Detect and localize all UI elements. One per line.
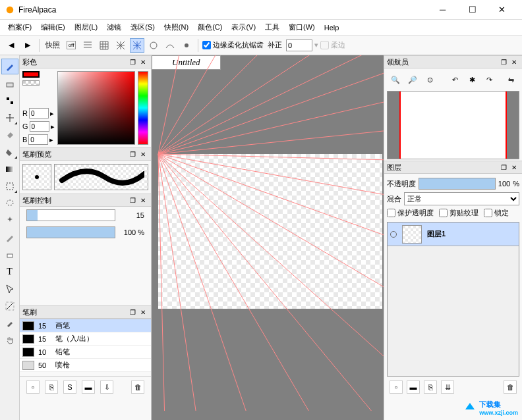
zoom-in-icon[interactable]: 🔍 (388, 72, 403, 87)
nav-fwd-button[interactable]: ▶ (20, 38, 35, 53)
layer-item[interactable]: 图层1 (388, 223, 519, 246)
antialias-checkbox[interactable]: 边缘柔化抗锯齿 (202, 40, 264, 50)
flip-icon[interactable]: ⇋ (504, 72, 518, 87)
menu-filter[interactable]: 滤镜 (103, 21, 125, 34)
menu-help[interactable]: Help (320, 22, 343, 33)
close-button[interactable]: ✕ (487, 1, 517, 19)
menu-edit[interactable]: 编辑(E) (37, 21, 69, 34)
brush-item[interactable]: 10铅笔 (20, 346, 151, 359)
hue-slider[interactable] (138, 71, 148, 145)
menu-snap[interactable]: 快照(N) (160, 21, 192, 34)
snap-circle-icon[interactable] (146, 38, 161, 53)
operation-tool[interactable] (1, 281, 18, 297)
bg-color-swatch[interactable] (22, 80, 40, 86)
panel-float-icon[interactable]: ❐ (127, 149, 138, 159)
nav-back-button[interactable]: ◀ (4, 38, 18, 53)
minimize-button[interactable]: ─ (428, 1, 457, 19)
bucket-tool[interactable] (1, 144, 18, 160)
merge-layer-button[interactable]: ⇊ (441, 381, 454, 394)
snap-grid-icon[interactable] (97, 38, 111, 53)
canvas-area[interactable]: Untitled (152, 55, 384, 420)
new-layer-button[interactable]: ▫ (390, 381, 403, 394)
snap-radial-icon[interactable] (130, 38, 144, 53)
g-input[interactable] (30, 121, 49, 132)
rotate-right-icon[interactable]: ↷ (482, 72, 496, 87)
protect-alpha-checkbox[interactable]: 保护透明度 (387, 208, 434, 218)
panel-close-icon[interactable]: ✕ (509, 57, 519, 67)
correction-input[interactable] (286, 39, 312, 51)
panel-close-icon[interactable]: ✕ (138, 195, 148, 205)
maximize-button[interactable]: ☐ (457, 1, 487, 19)
layer-visibility-toggle[interactable] (390, 231, 397, 238)
gradient-tool[interactable] (1, 161, 18, 177)
delete-layer-button[interactable]: 🗑 (504, 381, 517, 394)
navigator-preview[interactable] (387, 91, 519, 159)
document-tab[interactable]: Untitled (152, 55, 221, 70)
fg-color-swatch[interactable] (22, 71, 40, 78)
panel-float-icon[interactable]: ❐ (127, 195, 138, 205)
color-field[interactable] (57, 71, 135, 145)
panel-close-icon[interactable]: ✕ (509, 162, 519, 172)
soft-checkbox[interactable]: 柔边 (320, 40, 345, 50)
menu-window[interactable]: 窗口(W) (285, 21, 319, 34)
menu-color[interactable]: 颜色(C) (194, 21, 226, 34)
dup-brush-button[interactable]: ⎘ (45, 381, 58, 394)
menu-select[interactable]: 选区(S) (127, 21, 159, 34)
brush-folder-button[interactable]: ▬ (82, 381, 95, 394)
brush-item[interactable]: 15画笔 (20, 319, 151, 332)
panel-close-icon[interactable]: ✕ (138, 307, 148, 317)
snap-parallel-icon[interactable] (80, 38, 95, 53)
blend-mode-select[interactable]: 正常 (404, 192, 519, 205)
select-rect-tool[interactable] (1, 178, 18, 194)
new-brush-button[interactable]: ▫ (26, 381, 40, 394)
clipping-checkbox[interactable]: 剪贴纹理 (439, 208, 478, 218)
text-tool[interactable]: T (1, 264, 18, 280)
brush-size-slider[interactable] (26, 209, 115, 221)
rotate-reset-icon[interactable]: ✱ (465, 72, 479, 87)
menu-layer[interactable]: 图层(L) (71, 21, 102, 34)
snap-off-button[interactable]: off (64, 38, 78, 53)
panel-float-icon[interactable]: ❐ (498, 162, 509, 172)
panel-float-icon[interactable]: ❐ (498, 57, 509, 67)
dot-tool[interactable] (1, 93, 18, 109)
brush-item[interactable]: 15笔（入/出） (20, 332, 151, 346)
layer-list[interactable]: 图层1 (387, 222, 519, 377)
move-tool[interactable] (1, 110, 18, 126)
panel-close-icon[interactable]: ✕ (138, 149, 148, 159)
r-input[interactable] (29, 108, 49, 118)
canvas[interactable] (158, 154, 382, 309)
wand-tool[interactable] (1, 213, 18, 228)
zoom-out-icon[interactable]: 🔎 (405, 72, 420, 87)
menu-view[interactable]: 表示(V) (227, 21, 260, 34)
brush-script-button[interactable]: S (63, 381, 76, 394)
snap-setting-icon[interactable] (179, 38, 194, 53)
lock-checkbox[interactable]: 锁定 (484, 208, 509, 218)
panel-float-icon[interactable]: ❐ (127, 57, 138, 67)
layer-opacity-slider[interactable] (419, 178, 496, 190)
dup-layer-button[interactable]: ⎘ (424, 381, 437, 394)
brush-tool[interactable] (1, 59, 18, 74)
hand-tool[interactable] (1, 332, 18, 348)
rotate-left-icon[interactable]: ↶ (448, 72, 462, 87)
panel-float-icon[interactable]: ❐ (127, 307, 138, 317)
svg-point-0 (7, 6, 14, 13)
brush-import-button[interactable]: ⇩ (100, 381, 113, 394)
lasso-tool[interactable] (1, 196, 18, 211)
eraser-tool[interactable] (1, 76, 18, 92)
delete-brush-button[interactable]: 🗑 (131, 381, 144, 394)
eyedropper-tool[interactable] (1, 315, 18, 331)
divide-tool[interactable] (1, 298, 18, 314)
selpen-tool[interactable] (1, 230, 18, 246)
panel-close-icon[interactable]: ✕ (138, 57, 148, 67)
snap-vanish-icon[interactable] (113, 38, 128, 53)
zoom-fit-icon[interactable]: ⊙ (422, 72, 437, 87)
snap-curve-icon[interactable] (163, 38, 177, 53)
seleraser-tool[interactable] (1, 247, 18, 263)
brush-item[interactable]: 50喷枪 (20, 359, 151, 372)
new-folder-button[interactable]: ▬ (407, 381, 420, 394)
menu-file[interactable]: 档案(F) (4, 21, 36, 34)
b-input[interactable] (28, 134, 48, 145)
brush-opacity-slider[interactable] (26, 226, 115, 238)
fill-tool[interactable] (1, 127, 18, 143)
menu-tools[interactable]: 工具 (261, 21, 283, 34)
